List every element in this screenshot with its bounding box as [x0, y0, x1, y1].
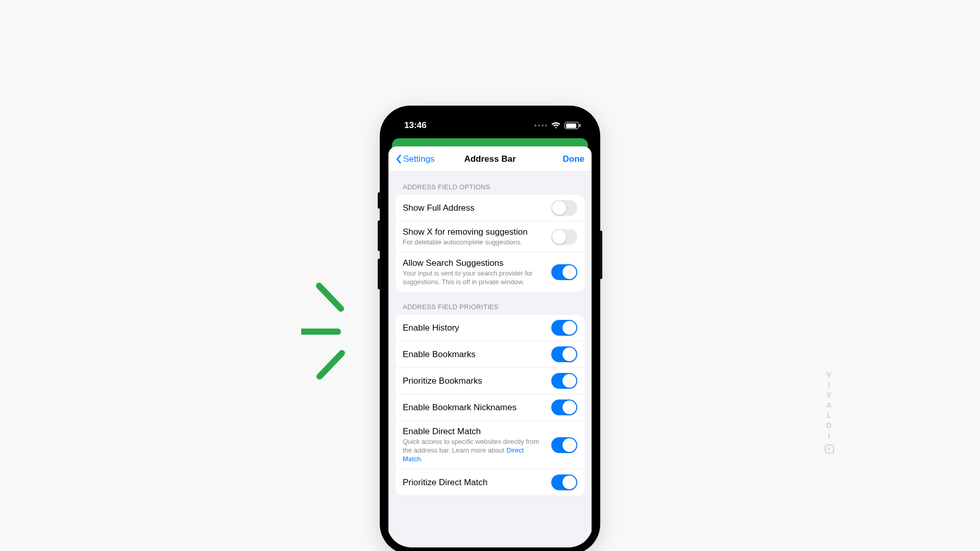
sub-show-x: For deletable autocomplete suggestions. [403, 238, 545, 247]
label-enable-nicknames: Enable Bookmark Nicknames [403, 402, 545, 413]
row-enable-nicknames: Enable Bookmark Nicknames [396, 394, 584, 420]
svg-line-0 [319, 286, 341, 309]
toggle-show-full-address[interactable] [551, 200, 577, 216]
sub-allow-search: Your input is sent to your search provid… [403, 269, 545, 287]
section-header-options: ADDRESS FIELD OPTIONS [403, 183, 577, 191]
row-enable-history: Enable History [396, 315, 584, 341]
label-show-full-address: Show Full Address [403, 203, 545, 213]
wifi-icon [551, 122, 560, 129]
vivaldi-logo-icon: v [825, 444, 834, 454]
promo-canvas: VIVALDI v 13:46 [122, 69, 857, 482]
row-show-full-address: Show Full Address [396, 195, 584, 221]
phone-volume-down [378, 259, 380, 289]
row-prioritize-direct-match: Prioritize Direct Match [396, 469, 584, 495]
toggle-prioritize-bookmarks[interactable] [551, 373, 577, 389]
label-enable-history: Enable History [403, 322, 545, 333]
done-button[interactable]: Done [563, 154, 585, 164]
svg-line-2 [320, 353, 342, 377]
toggle-enable-history[interactable] [551, 320, 577, 336]
row-enable-direct-match: Enable Direct Match Quick access to spec… [396, 420, 584, 469]
section-header-priorities: ADDRESS FIELD PRIORITIES [403, 303, 577, 311]
phone-power-button [600, 231, 602, 279]
cellular-dots-icon [534, 124, 547, 127]
battery-icon [565, 122, 579, 129]
back-label: Settings [403, 154, 434, 164]
row-show-x: Show X for removing suggestion For delet… [396, 221, 584, 252]
phone-frame: 13:46 Se [380, 106, 600, 551]
phone-screen: 13:46 Se [387, 113, 593, 547]
settings-panel: Settings Address Bar Done ADDRESS FIELD … [388, 146, 592, 547]
label-prioritize-bookmarks: Prioritize Bookmarks [403, 375, 545, 386]
phone-mute-switch [378, 192, 380, 209]
options-card: Show Full Address Show X for removing su… [396, 195, 584, 292]
vivaldi-watermark: VIVALDI v [825, 371, 834, 454]
navbar: Settings Address Bar Done [388, 146, 592, 172]
settings-content[interactable]: ADDRESS FIELD OPTIONS Show Full Address … [388, 172, 592, 547]
toggle-enable-direct-match[interactable] [551, 437, 577, 453]
label-allow-search: Allow Search Suggestions [403, 258, 545, 268]
toggle-enable-bookmarks[interactable] [551, 346, 577, 362]
back-button[interactable]: Settings [396, 154, 434, 164]
phone-volume-up [378, 220, 380, 251]
accent-strokes-icon [301, 281, 352, 383]
status-time: 13:46 [404, 120, 426, 131]
row-prioritize-bookmarks: Prioritize Bookmarks [396, 367, 584, 394]
status-bar: 13:46 [387, 113, 593, 138]
toggle-allow-search[interactable] [551, 264, 577, 280]
toggle-show-x[interactable] [551, 229, 577, 245]
priorities-card: Enable History Enable Bookmarks Prioriti… [396, 315, 584, 495]
chevron-left-icon [396, 155, 402, 164]
toggle-enable-nicknames[interactable] [551, 399, 577, 415]
row-allow-search: Allow Search Suggestions Your input is s… [396, 252, 584, 292]
label-prioritize-direct-match: Prioritize Direct Match [403, 477, 545, 488]
label-enable-bookmarks: Enable Bookmarks [403, 349, 545, 360]
sub-enable-direct-match: Quick access to specific websites direct… [403, 438, 545, 464]
label-enable-direct-match: Enable Direct Match [403, 426, 545, 437]
row-enable-bookmarks: Enable Bookmarks [396, 341, 584, 367]
toggle-prioritize-direct-match[interactable] [551, 474, 577, 490]
label-show-x: Show X for removing suggestion [403, 227, 545, 237]
